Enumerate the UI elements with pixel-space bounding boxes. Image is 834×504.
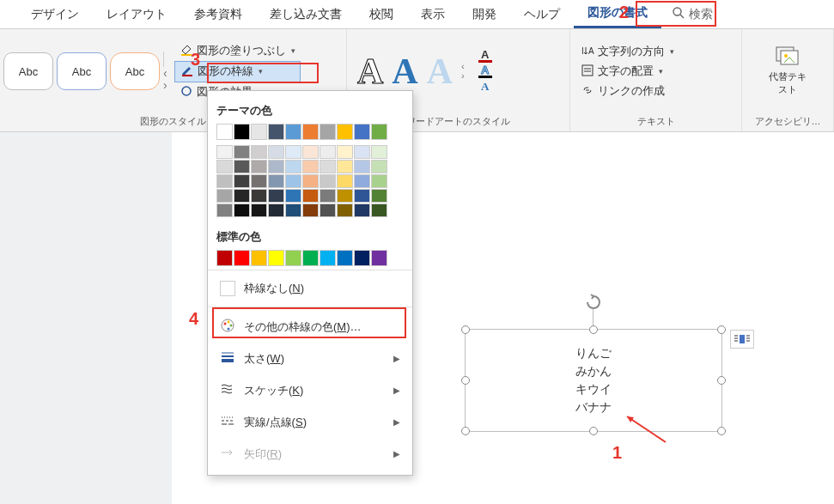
resize-handle[interactable] [589, 325, 598, 334]
color-swatch[interactable] [234, 160, 250, 173]
color-swatch[interactable] [251, 124, 267, 140]
resize-handle[interactable] [717, 427, 726, 435]
color-swatch[interactable] [337, 203, 353, 217]
resize-handle[interactable] [461, 376, 470, 385]
color-swatch[interactable] [251, 160, 267, 173]
color-swatch[interactable] [251, 250, 267, 266]
color-swatch[interactable] [354, 145, 370, 159]
color-swatch[interactable] [268, 250, 284, 266]
rotate-handle[interactable] [585, 294, 602, 311]
text-align-button[interactable]: 文字の配置▾ [579, 63, 676, 81]
color-swatch[interactable] [320, 250, 336, 266]
color-swatch[interactable] [251, 174, 267, 188]
color-swatch[interactable] [371, 124, 387, 140]
tab-review[interactable]: 校閲 [356, 2, 407, 27]
shape-style-gallery-scroller[interactable]: ‹ › [163, 39, 167, 104]
color-swatch[interactable] [268, 203, 284, 217]
color-swatch[interactable] [302, 145, 319, 159]
color-swatch[interactable] [268, 145, 284, 159]
color-swatch[interactable] [251, 145, 267, 159]
color-swatch[interactable] [234, 174, 250, 188]
color-swatch[interactable] [216, 250, 233, 266]
tab-developer[interactable]: 開発 [459, 2, 510, 27]
color-swatch[interactable] [354, 124, 370, 140]
resize-handle[interactable] [461, 325, 470, 334]
color-swatch[interactable] [285, 160, 301, 173]
color-swatch[interactable] [354, 250, 370, 266]
color-swatch[interactable] [354, 174, 370, 188]
layout-options-button[interactable] [730, 330, 754, 349]
color-swatch[interactable] [354, 160, 370, 173]
color-swatch[interactable] [320, 160, 336, 173]
color-swatch[interactable] [216, 174, 233, 188]
color-swatch[interactable] [268, 160, 284, 173]
tab-view[interactable]: 表示 [407, 2, 459, 27]
selected-text-box[interactable]: りんご みかん キウイ バナナ [465, 329, 722, 432]
color-swatch[interactable] [302, 160, 319, 173]
shape-style-preset-3[interactable]: Abc [110, 52, 160, 90]
resize-handle[interactable] [717, 325, 726, 334]
outline-weight-item[interactable]: 太さ(W) ▶ [216, 343, 404, 374]
color-swatch[interactable] [371, 174, 387, 188]
tab-help[interactable]: ヘルプ [510, 2, 574, 27]
color-swatch[interactable] [302, 124, 319, 140]
resize-handle[interactable] [461, 427, 470, 435]
text-fill-icon[interactable]: A [478, 49, 492, 63]
color-swatch[interactable] [320, 203, 336, 217]
color-swatch[interactable] [337, 250, 353, 266]
text-direction-button[interactable]: IA 文字列の方向▾ [579, 43, 676, 61]
color-swatch[interactable] [371, 160, 387, 173]
color-swatch[interactable] [234, 189, 250, 203]
color-swatch[interactable] [354, 203, 370, 217]
color-swatch[interactable] [234, 250, 250, 266]
no-outline-item[interactable]: 枠線なし(N) [216, 274, 404, 303]
color-swatch[interactable] [302, 250, 319, 266]
tab-layout[interactable]: レイアウト [93, 2, 180, 27]
color-swatch[interactable] [337, 124, 353, 140]
color-swatch[interactable] [234, 203, 250, 217]
color-swatch[interactable] [354, 189, 370, 203]
color-swatch[interactable] [285, 189, 301, 203]
create-link-button[interactable]: リンクの作成 [579, 82, 676, 100]
color-swatch[interactable] [320, 124, 336, 140]
color-swatch[interactable] [371, 189, 387, 203]
color-swatch[interactable] [302, 203, 319, 217]
color-swatch[interactable] [285, 174, 301, 188]
color-swatch[interactable] [216, 203, 233, 217]
color-swatch[interactable] [302, 189, 319, 203]
wordart-preset-2[interactable]: A [392, 51, 417, 92]
tab-references[interactable]: 参考資料 [180, 2, 256, 27]
color-swatch[interactable] [285, 124, 301, 140]
color-swatch[interactable] [216, 145, 233, 159]
color-swatch[interactable] [337, 160, 353, 173]
color-swatch[interactable] [216, 189, 233, 203]
color-swatch[interactable] [371, 203, 387, 217]
resize-handle[interactable] [717, 376, 726, 385]
outline-dashes-item[interactable]: 実線/点線(S) ▶ [216, 406, 404, 438]
color-swatch[interactable] [268, 189, 284, 203]
wordart-preset-1[interactable]: A [357, 51, 383, 92]
document-canvas[interactable] [0, 132, 834, 504]
shape-style-preset-2[interactable]: Abc [57, 52, 107, 90]
shape-style-preset-1[interactable]: Abc [3, 52, 53, 90]
wordart-preset-3[interactable]: A [427, 51, 453, 92]
color-swatch[interactable] [251, 203, 267, 217]
color-swatch[interactable] [371, 250, 387, 266]
wordart-gallery-scroller[interactable]: ‹› [461, 39, 465, 104]
color-swatch[interactable] [251, 189, 267, 203]
color-swatch[interactable] [216, 160, 233, 173]
color-swatch[interactable] [371, 145, 387, 159]
color-swatch[interactable] [285, 250, 301, 266]
color-swatch[interactable] [320, 174, 336, 188]
tab-design[interactable]: デザイン [17, 2, 93, 27]
alt-text-button[interactable]: 代替テキスト [762, 43, 813, 100]
color-swatch[interactable] [234, 145, 250, 159]
color-swatch[interactable] [337, 189, 353, 203]
color-swatch[interactable] [268, 174, 284, 188]
color-swatch[interactable] [320, 145, 336, 159]
resize-handle[interactable] [589, 427, 598, 435]
color-swatch[interactable] [285, 145, 301, 159]
text-outline-icon[interactable]: A [478, 64, 492, 78]
color-swatch[interactable] [268, 124, 284, 140]
color-swatch[interactable] [320, 189, 336, 203]
